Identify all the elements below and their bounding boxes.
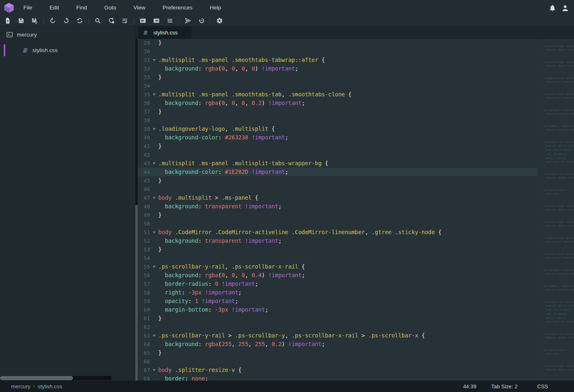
- code-line-63[interactable]: 63.ps-scrollbar-y-rail > .ps-scrollbar-y…: [138, 331, 538, 340]
- sidebar-file-stylish-css[interactable]: stylish.css: [0, 44, 135, 56]
- replace-icon: [108, 17, 115, 24]
- save-button[interactable]: [16, 16, 26, 25]
- chevron-down-icon: [153, 93, 156, 96]
- code-line-64[interactable]: 64 background: rgba(255, 255, 255, 0.2) …: [138, 340, 538, 349]
- wrap-goto-button[interactable]: [120, 16, 130, 25]
- settings-gear-button[interactable]: [214, 16, 224, 25]
- code-line-54[interactable]: 54: [138, 254, 538, 262]
- code-text: }: [158, 176, 162, 185]
- panel-left-button[interactable]: [138, 16, 148, 25]
- fold-arrow-icon[interactable]: [150, 128, 158, 130]
- account-icon[interactable]: [561, 4, 569, 12]
- menu-view[interactable]: View: [125, 0, 154, 16]
- code-line-34[interactable]: 34: [138, 82, 538, 90]
- breadcrumb: mercury › stylish.css: [11, 383, 62, 390]
- code-line-68[interactable]: 68 border: none;: [138, 374, 538, 381]
- send-button[interactable]: [183, 16, 193, 25]
- code-line-60[interactable]: 60 margin-bottom: -3px !important;: [138, 305, 538, 314]
- code-line-42[interactable]: 42: [138, 150, 538, 159]
- code-editor[interactable]: 29}3031.multisplit .ms-panel .smoothtabs…: [135, 39, 574, 381]
- code-line-66[interactable]: 66: [138, 357, 538, 366]
- code-line-53[interactable]: 53}: [138, 245, 538, 254]
- code-text: body .CodeMirror .CodeMirror-activeline …: [158, 228, 442, 237]
- code-line-48[interactable]: 48 background: transparent !important;: [138, 202, 538, 211]
- code-line-36[interactable]: 36 background: rgba(0, 0, 0, 0.2) !impor…: [138, 99, 538, 107]
- code-line-62[interactable]: 62: [138, 323, 538, 331]
- menu-help[interactable]: Help: [201, 0, 230, 16]
- tab-size-setting[interactable]: Tab Size: 2: [491, 383, 517, 390]
- css-file-icon: [143, 30, 149, 36]
- sidebar-project-mercury[interactable]: mercury: [0, 29, 135, 40]
- code-line-30[interactable]: 30: [138, 47, 538, 56]
- code-text: margin-bottom: -3px !important;: [158, 305, 268, 314]
- fold-arrow-icon[interactable]: [150, 231, 158, 234]
- fold-arrow-icon[interactable]: [150, 197, 158, 199]
- replace-button[interactable]: [106, 16, 116, 25]
- code-line-38[interactable]: 38: [138, 116, 538, 125]
- code-line-57[interactable]: 57 border-radius: 0 !important;: [138, 280, 538, 288]
- redo-button[interactable]: [61, 16, 71, 25]
- menu-goto[interactable]: Goto: [96, 0, 125, 16]
- code-line-32[interactable]: 32 background: rgba(0, 0, 0, 0) !importa…: [138, 64, 538, 73]
- refresh-button[interactable]: [75, 16, 84, 25]
- code-line-35[interactable]: 35.multisplit .ms-panel .smoothtabs-tab,…: [138, 90, 538, 99]
- app-logo-cube-icon[interactable]: [3, 2, 15, 14]
- menu-edit[interactable]: Edit: [41, 0, 68, 16]
- code-line-31[interactable]: 31.multisplit .ms-panel .smoothtabs-tabw…: [138, 56, 538, 64]
- history-button[interactable]: [196, 16, 206, 25]
- fold-arrow-icon[interactable]: [150, 369, 158, 371]
- code-line-33[interactable]: 33}: [138, 73, 538, 82]
- menu-file[interactable]: File: [15, 0, 41, 16]
- panel-right-button[interactable]: [151, 16, 161, 25]
- history-icon: [198, 17, 205, 24]
- line-number: 63: [138, 331, 150, 340]
- tab-stylish-css[interactable]: stylish.css: [138, 26, 191, 39]
- undo-button[interactable]: [48, 16, 57, 25]
- line-number: 42: [138, 150, 150, 159]
- code-line-49[interactable]: 49}: [138, 211, 538, 219]
- panel-left-icon: [139, 17, 146, 24]
- chevron-down-icon: [153, 197, 156, 199]
- new-file-button[interactable]: [2, 16, 12, 25]
- code-line-59[interactable]: 59 opacity: 1 !important;: [138, 297, 538, 305]
- line-number: 35: [138, 90, 150, 99]
- code-line-65[interactable]: 65}: [138, 349, 538, 357]
- code-line-40[interactable]: 40 background-color: #263238 !important;: [138, 133, 538, 142]
- fold-arrow-icon[interactable]: [150, 335, 158, 337]
- code-line-46[interactable]: 46: [138, 185, 538, 194]
- cursor-position[interactable]: 44:39: [463, 383, 476, 390]
- fold-arrow-icon[interactable]: [150, 162, 158, 165]
- minimap[interactable]: } .multisplit .ms-panel .smoothtabs-tabw…: [542, 36, 574, 381]
- code-line-50[interactable]: 50: [138, 219, 538, 228]
- code-line-29[interactable]: 29}: [138, 39, 538, 47]
- code-line-44[interactable]: 44 background-color: #1E282D !important;: [138, 168, 538, 176]
- fold-arrow-icon[interactable]: [150, 59, 158, 62]
- code-line-58[interactable]: 58 right: -3px !important;: [138, 288, 538, 297]
- code-line-45[interactable]: 45}: [138, 176, 538, 185]
- toolbar-divider: [210, 18, 211, 24]
- code-line-43[interactable]: 43.multisplit .ms-panel .multisplit-tabs…: [138, 159, 538, 168]
- code-line-55[interactable]: 55.ps-scrollbar-y-rail, .ps-scrollbar-x-…: [138, 262, 538, 271]
- code-line-41[interactable]: 41}: [138, 142, 538, 150]
- menu-find[interactable]: Find: [68, 0, 96, 16]
- line-number: 30: [138, 47, 150, 56]
- chevron-down-icon: [153, 162, 156, 165]
- code-line-61[interactable]: 61}: [138, 314, 538, 323]
- search-button[interactable]: [93, 16, 102, 25]
- fold-arrow-icon[interactable]: [150, 93, 158, 96]
- code-line-56[interactable]: 56 background: rgba(0, 0, 0, 0.4) !impor…: [138, 271, 538, 280]
- save-as-button[interactable]: [30, 16, 39, 25]
- code-line-39[interactable]: 39.loadingoverlay-logo, .multisplit {: [138, 125, 538, 133]
- sidebar-hscrollbar-thumb[interactable]: [0, 376, 73, 380]
- code-line-51[interactable]: 51body .CodeMirror .CodeMirror-activelin…: [138, 228, 538, 237]
- bell-icon[interactable]: [549, 4, 556, 12]
- code-line-47[interactable]: 47body .multisplit > .ms-panel {: [138, 194, 538, 202]
- fold-arrow-icon[interactable]: [150, 266, 158, 268]
- tune-button[interactable]: [165, 16, 175, 25]
- menu-preferences[interactable]: Preferences: [154, 0, 201, 16]
- line-number: 62: [138, 323, 150, 331]
- code-line-52[interactable]: 52 background: transparent !important;: [138, 237, 538, 245]
- code-line-37[interactable]: 37}: [138, 107, 538, 116]
- code-line-67[interactable]: 67body .splitter-resize-v {: [138, 366, 538, 374]
- language-mode[interactable]: CSS: [537, 383, 548, 390]
